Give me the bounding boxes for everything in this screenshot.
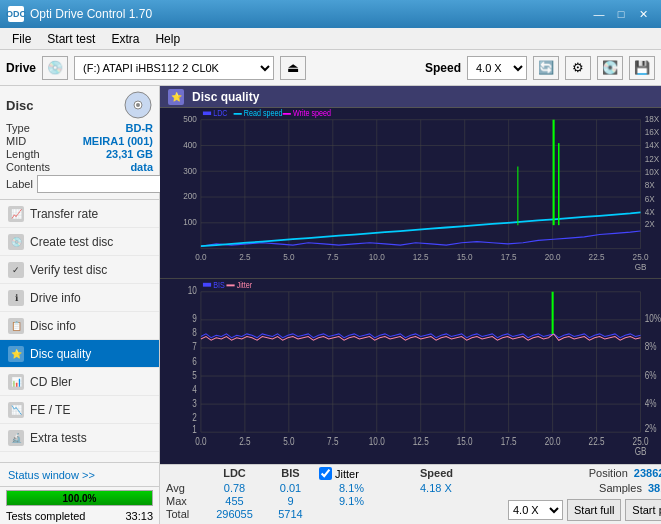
disc-type-val: BD-R	[126, 122, 154, 134]
extra-tests-icon: 🔬	[8, 430, 24, 446]
position-row: Position 23862 MB	[589, 467, 661, 479]
content-header: ⭐ Disc quality	[160, 86, 661, 108]
minimize-button[interactable]: —	[589, 5, 609, 23]
start-full-button[interactable]: Start full	[567, 499, 621, 521]
drive-select[interactable]: (F:) ATAPI iHBS112 2 CL0K	[74, 56, 274, 80]
app-title: Opti Drive Control 1.70	[30, 7, 152, 21]
avg-ldc: 0.78	[207, 482, 262, 494]
sidebar-item-cd-bler[interactable]: 📊 CD Bler	[0, 368, 159, 396]
progress-bar-container: 100.0%	[6, 490, 153, 506]
svg-text:4: 4	[192, 384, 197, 395]
samples-row: Samples 381469	[599, 482, 661, 494]
close-button[interactable]: ✕	[633, 5, 653, 23]
maximize-button[interactable]: □	[611, 5, 631, 23]
menu-extra[interactable]: Extra	[103, 30, 147, 48]
svg-text:20.0: 20.0	[545, 252, 561, 263]
status-time: 33:13	[125, 510, 153, 522]
svg-text:10X: 10X	[645, 166, 660, 177]
svg-text:2%: 2%	[645, 423, 657, 434]
svg-text:400: 400	[183, 139, 197, 150]
fe-te-icon: 📉	[8, 402, 24, 418]
nav-items: 📈 Transfer rate 💿 Create test disc ✓ Ver…	[0, 200, 159, 462]
max-label: Max	[166, 495, 206, 507]
speed-select[interactable]: 4.0 X	[467, 56, 527, 80]
svg-text:0.0: 0.0	[195, 252, 206, 263]
disc-panel: Disc Type BD-R MID MEIRA1 (001) Length 2…	[0, 86, 159, 200]
svg-text:14X: 14X	[645, 139, 660, 150]
max-jitter: 9.1%	[319, 495, 419, 507]
sidebar-item-label: Drive info	[30, 291, 81, 305]
svg-rect-56	[160, 279, 661, 464]
svg-rect-50	[203, 112, 211, 116]
disc-type-row: Type BD-R	[6, 122, 153, 134]
refresh-button[interactable]: 🔄	[533, 56, 559, 80]
sidebar-item-label: Transfer rate	[30, 207, 98, 221]
sidebar-item-label: Disc quality	[30, 347, 91, 361]
svg-text:8%: 8%	[645, 342, 657, 353]
disc-svg-icon	[123, 90, 153, 120]
samples-val: 381469	[648, 482, 661, 494]
sidebar-item-disc-quality[interactable]: ⭐ Disc quality	[0, 340, 159, 368]
svg-text:300: 300	[183, 165, 197, 176]
svg-text:3: 3	[192, 398, 197, 409]
sidebar-item-fe-te[interactable]: 📉 FE / TE	[0, 396, 159, 424]
svg-text:2: 2	[192, 412, 197, 423]
top-chart: 500 400 300 200 100 18X 16X 14X 12X 10X …	[160, 108, 661, 279]
svg-text:2.5: 2.5	[239, 252, 250, 263]
content-header-title: Disc quality	[192, 90, 259, 104]
svg-text:15.0: 15.0	[457, 436, 473, 447]
speed-select-small[interactable]: 4.0 X	[508, 500, 563, 520]
app-icon: ODC	[8, 6, 24, 22]
save-button[interactable]: 💾	[629, 56, 655, 80]
svg-text:20.0: 20.0	[545, 436, 561, 447]
status-window-btn[interactable]: Status window >>	[0, 463, 159, 487]
disc-length-key: Length	[6, 148, 40, 160]
sidebar-item-transfer-rate[interactable]: 📈 Transfer rate	[0, 200, 159, 228]
disc-type-key: Type	[6, 122, 30, 134]
svg-text:0.0: 0.0	[195, 436, 206, 447]
avg-speed: 4.18 X	[420, 482, 500, 494]
avg-bis: 0.01	[263, 482, 318, 494]
svg-rect-3	[160, 108, 661, 278]
disc-button[interactable]: 💽	[597, 56, 623, 80]
menu-help[interactable]: Help	[147, 30, 188, 48]
jitter-label: Jitter	[335, 468, 359, 480]
svg-text:6: 6	[192, 356, 197, 367]
jitter-checkbox[interactable]	[319, 467, 332, 480]
max-bis: 9	[263, 495, 318, 507]
svg-rect-102	[203, 283, 211, 287]
toolbar: Drive 💿 (F:) ATAPI iHBS112 2 CL0K ⏏ Spee…	[0, 50, 661, 86]
eject-button[interactable]: ⏏	[280, 56, 306, 80]
disc-label-input[interactable]	[37, 175, 170, 193]
drive-icon-btn[interactable]: 💿	[42, 56, 68, 80]
svg-text:100: 100	[183, 217, 197, 228]
sidebar-item-verify-test-disc[interactable]: ✓ Verify test disc	[0, 256, 159, 284]
menu-file[interactable]: File	[4, 30, 39, 48]
bottom-chart-svg: 10 9 8 7 6 5 4 3 2 1 10% 8% 6% 4% 2%	[160, 279, 661, 464]
sidebar: Disc Type BD-R MID MEIRA1 (001) Length 2…	[0, 86, 160, 524]
content-header-icon: ⭐	[168, 89, 184, 105]
sidebar-item-label: CD Bler	[30, 375, 72, 389]
disc-length-row: Length 23,31 GB	[6, 148, 153, 160]
menu-start-test[interactable]: Start test	[39, 30, 103, 48]
disc-mid-key: MID	[6, 135, 26, 147]
main-area: Disc Type BD-R MID MEIRA1 (001) Length 2…	[0, 86, 661, 524]
total-bis: 5714	[263, 508, 318, 520]
svg-text:GB: GB	[635, 261, 647, 272]
svg-text:500: 500	[183, 114, 197, 125]
svg-text:15.0: 15.0	[457, 252, 473, 263]
speed-label: Speed	[425, 61, 461, 75]
svg-text:10.0: 10.0	[369, 436, 385, 447]
sidebar-item-disc-info[interactable]: 📋 Disc info	[0, 312, 159, 340]
avg-jitter: 8.1%	[319, 482, 419, 494]
sidebar-item-drive-info[interactable]: ℹ Drive info	[0, 284, 159, 312]
stats-table: LDC BIS Jitter Speed Avg 0.78 0.01 8.1%	[166, 467, 500, 520]
disc-length-val: 23,31 GB	[106, 148, 153, 160]
sidebar-item-extra-tests[interactable]: 🔬 Extra tests	[0, 424, 159, 452]
start-part-button[interactable]: Start part	[625, 499, 661, 521]
sidebar-item-create-test-disc[interactable]: 💿 Create test disc	[0, 228, 159, 256]
svg-text:22.5: 22.5	[589, 252, 605, 263]
svg-text:6%: 6%	[645, 370, 657, 381]
settings-button[interactable]: ⚙	[565, 56, 591, 80]
svg-text:9: 9	[192, 313, 197, 324]
